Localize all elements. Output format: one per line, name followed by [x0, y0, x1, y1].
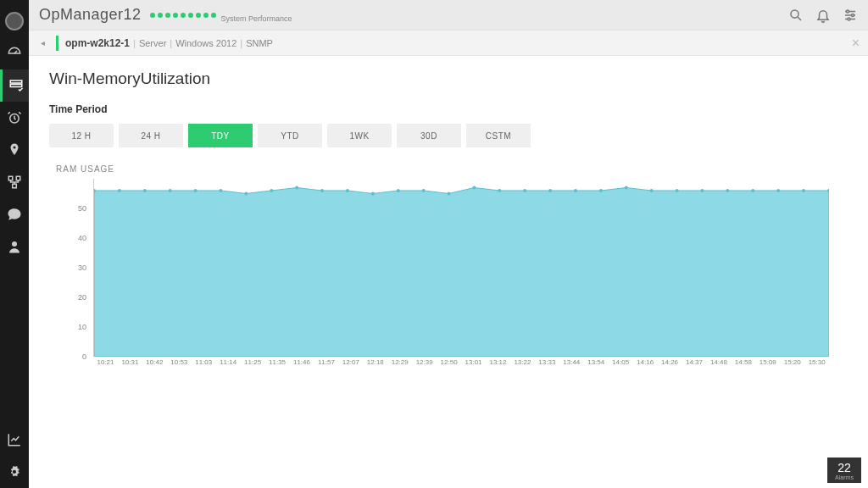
svg-point-8	[847, 10, 849, 13]
bell-icon[interactable]	[815, 8, 831, 23]
chart: 01020304050 10:2110:3110:4210:5311:0311:…	[49, 179, 829, 374]
y-tick: 20	[78, 293, 86, 302]
breadcrumb-trail: |Server|Windows 2012|SNMP	[130, 38, 273, 48]
search-icon[interactable]	[788, 8, 804, 23]
time-period-buttons: 12 H24 HTDYYTD1WK30DCSTM	[49, 124, 848, 147]
back-icon[interactable]: ◂	[36, 38, 49, 47]
topbar: OpManager12 System Performance	[29, 0, 868, 30]
breadcrumb-host[interactable]: opm-w2k12-1	[65, 37, 130, 49]
svg-point-10	[848, 18, 850, 20]
time-period-24h[interactable]: 24 H	[119, 124, 183, 147]
x-tick: 10:53	[167, 358, 192, 374]
gauge-icon	[7, 46, 22, 61]
x-tick: 12:29	[387, 358, 412, 374]
x-tick: 13:44	[559, 358, 584, 374]
x-tick: 14:16	[633, 358, 658, 374]
svg-point-24	[422, 189, 426, 192]
svg-point-22	[371, 191, 375, 195]
svg-rect-4	[16, 176, 20, 180]
x-tick: 14:58	[731, 358, 755, 374]
x-tick: 11:35	[265, 358, 290, 374]
svg-point-34	[676, 189, 679, 192]
alarms-badge[interactable]: 22 Alarms	[827, 458, 861, 483]
svg-point-16	[219, 189, 222, 192]
svg-point-36	[726, 189, 729, 192]
chart-title: RAM USAGE	[56, 164, 848, 174]
x-tick: 13:12	[486, 358, 510, 374]
x-tick: 15:20	[780, 358, 804, 374]
x-tick: 10:21	[93, 358, 118, 374]
y-tick: 40	[78, 234, 86, 242]
sidebar-alarms[interactable]	[0, 102, 29, 134]
x-tick: 10:31	[118, 358, 142, 374]
svg-point-23	[397, 189, 400, 192]
network-icon	[7, 175, 22, 190]
svg-point-27	[498, 189, 501, 192]
settings-sliders-icon[interactable]	[843, 8, 858, 23]
user-icon	[7, 239, 22, 254]
sidebar-reports[interactable]	[0, 424, 29, 456]
time-period-ytd[interactable]: YTD	[258, 124, 322, 147]
x-tick: 12:39	[412, 358, 437, 374]
main-area: OpManager12 System Performance ◂ opm-w2k…	[29, 0, 868, 488]
x-tick: 13:01	[461, 358, 486, 374]
close-icon[interactable]: ×	[852, 36, 860, 51]
sidebar-inventory[interactable]	[0, 69, 29, 102]
x-tick: 11:25	[241, 358, 265, 374]
gear-icon	[7, 464, 22, 480]
svg-point-29	[548, 189, 552, 192]
time-period-tdy[interactable]: TDY	[188, 124, 253, 147]
svg-point-25	[448, 191, 451, 195]
time-period-cstm[interactable]: CSTM	[466, 124, 531, 147]
time-period-label: Time Period	[49, 103, 848, 115]
svg-point-32	[625, 186, 628, 189]
y-tick: 30	[78, 263, 86, 272]
system-performance-label: System Performance	[221, 14, 292, 23]
svg-point-7	[791, 10, 798, 18]
breadcrumb-item[interactable]: Server	[139, 38, 166, 48]
svg-point-31	[599, 189, 603, 192]
x-tick: 13:54	[584, 358, 609, 374]
pin-icon	[7, 142, 22, 158]
chart-line-icon	[7, 432, 22, 447]
x-tick: 11:46	[290, 358, 314, 374]
sidebar-dashboard[interactable]	[0, 37, 29, 69]
chat-icon	[7, 207, 22, 222]
svg-point-20	[320, 189, 324, 192]
svg-point-6	[12, 241, 17, 247]
svg-point-26	[472, 186, 476, 189]
system-performance-indicator[interactable]	[150, 13, 216, 18]
svg-point-9	[852, 14, 854, 16]
x-tick: 11:57	[314, 358, 338, 374]
sidebar-settings[interactable]	[0, 456, 29, 488]
x-tick: 15:30	[804, 358, 829, 374]
sidebar-network[interactable]	[0, 166, 29, 198]
x-tick: 14:48	[706, 358, 731, 374]
sidebar-chat[interactable]	[0, 198, 29, 230]
chart-x-axis: 10:2110:3110:4210:5311:0311:1411:2511:35…	[93, 358, 829, 374]
time-period-12h[interactable]: 12 H	[49, 124, 114, 147]
svg-point-17	[244, 191, 248, 195]
svg-point-37	[751, 189, 754, 192]
sidebar-user-avatar[interactable]	[0, 5, 29, 37]
svg-point-35	[700, 189, 704, 192]
y-tick: 0	[82, 352, 86, 361]
svg-rect-0	[10, 80, 22, 83]
brand-title: OpManager12	[39, 6, 142, 24]
svg-point-28	[523, 189, 526, 192]
breadcrumb-item[interactable]: SNMP	[246, 38, 273, 48]
x-tick: 12:50	[437, 358, 461, 374]
x-tick: 15:09	[755, 358, 780, 374]
chart-area-fill	[94, 179, 829, 357]
svg-point-30	[574, 189, 577, 192]
svg-point-33	[650, 189, 654, 192]
sidebar-users[interactable]	[0, 230, 29, 263]
content: Win-MemoryUtilization Time Period 12 H24…	[29, 56, 868, 488]
breadcrumb-item[interactable]: Windows 2012	[175, 38, 236, 48]
sidebar-maps[interactable]	[0, 134, 29, 166]
breadcrumb-accent-bar	[56, 36, 58, 51]
x-tick: 11:14	[216, 358, 241, 374]
time-period-30d[interactable]: 30D	[397, 124, 461, 147]
svg-point-21	[346, 189, 349, 192]
time-period-1wk[interactable]: 1WK	[327, 124, 392, 147]
